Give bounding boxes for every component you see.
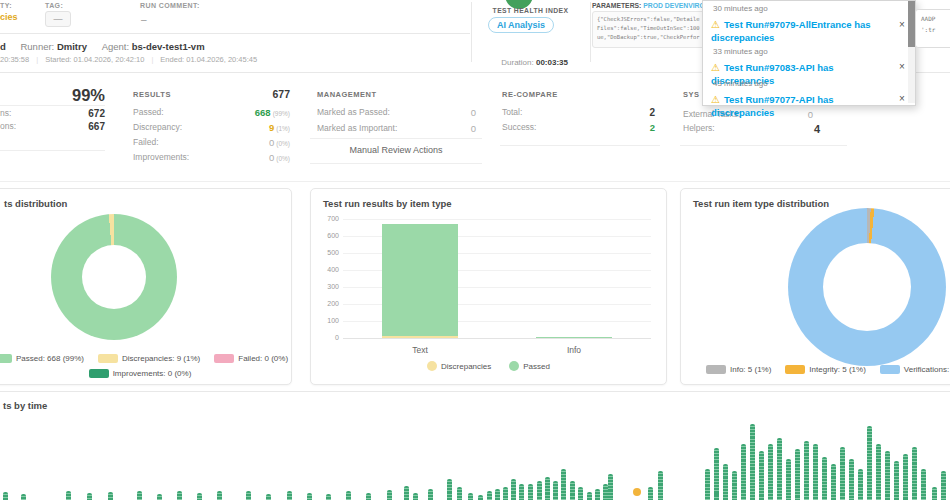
time-bar[interactable] [795, 449, 800, 500]
time-bar[interactable] [428, 489, 433, 500]
time-bar[interactable] [578, 487, 583, 500]
time-bar[interactable] [468, 493, 473, 500]
time-bar[interactable] [595, 489, 600, 500]
manual-review-actions-link[interactable]: Manual Review Actions [310, 145, 482, 155]
time-bar[interactable] [457, 487, 462, 500]
legend-item-discrepancies[interactable]: Discrepancies: 9 (1%) [98, 354, 200, 363]
time-bar[interactable] [307, 493, 312, 500]
time-bar[interactable] [759, 451, 764, 500]
time-bar[interactable] [570, 481, 575, 500]
time-dot[interactable] [633, 488, 641, 496]
time-bar[interactable] [831, 464, 836, 500]
time-bar[interactable] [511, 479, 516, 500]
notification-link[interactable]: ⚠Test Run#97077-API has discrepancies [711, 93, 891, 120]
time-bar[interactable] [413, 493, 418, 500]
chart-title: Test run item type distribution [693, 198, 829, 209]
time-bar[interactable] [87, 493, 92, 500]
time-bar[interactable] [858, 469, 863, 500]
notification-link[interactable]: ⚠Test Run#97079-AllEntrance has discrepa… [711, 18, 891, 45]
divider [0, 105, 105, 106]
time-bar[interactable] [894, 461, 899, 500]
parameters-json-box[interactable]: {"CheckJSErrors":false,"Detaile Files":f… [592, 11, 708, 48]
time-bar[interactable] [648, 487, 653, 500]
legend-item-integrity[interactable]: Integrity: 5 (1%) [785, 365, 865, 374]
legend-item-info[interactable]: Info: 5 (1%) [706, 365, 771, 374]
time-bar[interactable] [932, 487, 937, 500]
bar-info-passed[interactable] [536, 337, 612, 338]
time-bar[interactable] [840, 447, 845, 500]
legend-swatch [214, 354, 234, 363]
time-bar[interactable] [867, 426, 872, 500]
time-bar[interactable] [326, 494, 331, 500]
time-bar[interactable] [478, 495, 483, 500]
close-icon[interactable]: × [896, 61, 908, 72]
time-bar[interactable] [287, 491, 292, 500]
time-bar[interactable] [941, 471, 946, 500]
time-bar[interactable] [495, 489, 500, 500]
tag-chip[interactable]: — [45, 11, 71, 27]
time-bar[interactable] [519, 484, 524, 500]
bar-chart-plot: 0100200300400500600700TextInfo [343, 219, 651, 338]
time-bar[interactable] [608, 474, 613, 500]
time-bar[interactable] [177, 491, 182, 500]
time-bar[interactable] [21, 494, 26, 500]
legend-item-discrepancies[interactable]: Discrepancies [427, 361, 491, 371]
time-bar[interactable] [849, 459, 854, 500]
time-bar[interactable] [885, 451, 890, 500]
legend-item-verifications[interactable]: Verifications: 667 (99%) [880, 365, 950, 374]
time-bar[interactable] [561, 469, 566, 500]
legend-item-improvements[interactable]: Improvements: 0 (0%) [89, 369, 192, 378]
time-bar[interactable] [714, 448, 719, 500]
legend-item-passed[interactable]: Passed [509, 361, 550, 371]
time-bar[interactable] [777, 438, 782, 500]
time-bar[interactable] [404, 486, 409, 500]
scrollbar-thumb[interactable] [908, 1, 915, 47]
time-bar[interactable] [137, 491, 142, 500]
bar-text-discrepancies[interactable] [382, 336, 458, 338]
scrollbar-track[interactable] [908, 1, 915, 103]
time-bar[interactable] [813, 444, 818, 500]
time-bar[interactable] [723, 464, 728, 500]
time-bar[interactable] [545, 477, 550, 500]
time-bar[interactable] [246, 491, 251, 500]
close-icon[interactable]: × [896, 19, 908, 30]
time-bar[interactable] [346, 491, 351, 500]
time-bar[interactable] [157, 494, 162, 500]
time-bar[interactable] [658, 471, 663, 500]
time-bar[interactable] [108, 492, 113, 500]
time-bar[interactable] [921, 469, 926, 500]
time-bar[interactable] [387, 490, 392, 500]
close-icon[interactable]: × [896, 93, 908, 104]
time-bar[interactable] [553, 481, 558, 500]
time-bar[interactable] [912, 447, 917, 500]
legend-item-failed[interactable]: Failed: 0 (0%) [214, 354, 288, 363]
success-rate-value: 99% [0, 86, 105, 105]
time-bar[interactable] [786, 459, 791, 500]
time-bar[interactable] [750, 424, 755, 500]
time-bar[interactable] [366, 493, 371, 500]
time-bar[interactable] [447, 479, 452, 500]
time-bar[interactable] [537, 481, 542, 500]
time-bar[interactable] [705, 469, 710, 500]
legend-item-passed[interactable]: Passed: 668 (99%) [0, 354, 84, 363]
stat-row: ns: 672 [0, 108, 105, 118]
time-bar[interactable] [732, 471, 737, 500]
time-bar[interactable] [197, 493, 202, 500]
results-row-improvements: Improvements: 0(0%) [133, 152, 290, 162]
time-bar[interactable] [804, 441, 809, 500]
time-bar[interactable] [66, 491, 71, 500]
time-bar[interactable] [528, 484, 533, 500]
time-bar[interactable] [903, 454, 908, 500]
time-bar[interactable] [768, 444, 773, 500]
bar-text-passed[interactable] [382, 224, 458, 336]
time-bar[interactable] [503, 487, 508, 500]
time-bar[interactable] [822, 457, 827, 500]
ai-analysis-button[interactable]: AI Analysis [488, 17, 554, 33]
time-bar[interactable] [741, 444, 746, 500]
time-bar[interactable] [3, 492, 8, 500]
time-bar[interactable] [487, 491, 492, 500]
time-bar[interactable] [587, 492, 592, 500]
time-bar[interactable] [876, 444, 881, 500]
time-bar[interactable] [217, 491, 222, 500]
time-bar[interactable] [266, 494, 271, 500]
